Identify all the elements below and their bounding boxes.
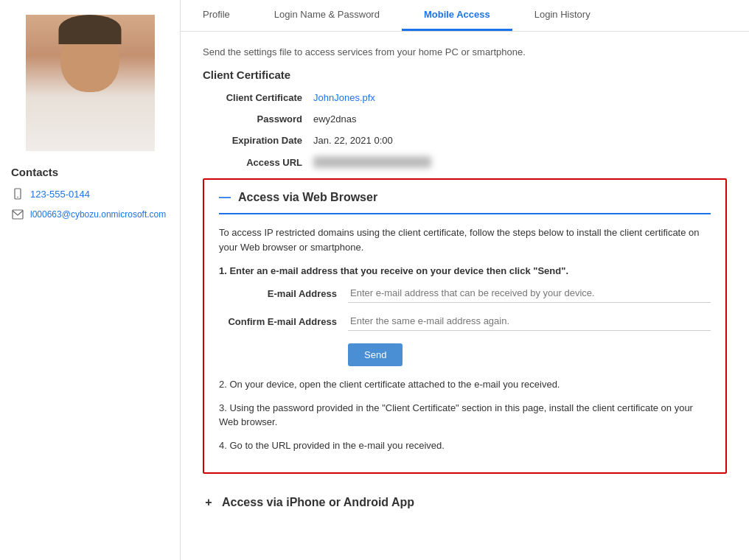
web-browser-title: Access via Web Browser [238, 191, 377, 204]
tab-profile[interactable]: Profile [181, 0, 252, 31]
sidebar: Contacts 123-555-0144 l000663@cybozu.onm… [0, 0, 181, 560]
field-access-url: Access URL [203, 156, 727, 168]
phone-icon [11, 187, 24, 200]
confirm-email-input[interactable] [348, 312, 711, 331]
value-password: ewy2dnas [313, 113, 357, 125]
step3-text: 3. Using the password provided in the "C… [219, 401, 711, 430]
email-contact: l000663@cybozu.onmicrosoft.com [11, 208, 169, 221]
content-area: Send the settings file to access service… [181, 32, 749, 560]
description-text: Send the settings file to access service… [203, 46, 727, 57]
tabs-bar: Profile Login Name & Password Mobile Acc… [181, 0, 749, 32]
phone-number: 123-555-0144 [30, 189, 90, 200]
field-password: Password ewy2dnas [203, 113, 727, 125]
value-expiration-date: Jan. 22, 2021 0:00 [313, 135, 393, 146]
web-browser-header: — Access via Web Browser [219, 191, 711, 214]
send-button[interactable]: Send [348, 343, 403, 366]
step1-label: 1. Enter an e-mail address that you rece… [219, 265, 711, 276]
main-content: Profile Login Name & Password Mobile Acc… [181, 0, 749, 560]
svg-point-1 [17, 197, 18, 198]
field-expiration-date: Expiration Date Jan. 22, 2021 0:00 [203, 135, 727, 146]
label-client-certificate: Client Certificate [203, 92, 313, 103]
confirm-email-label: Confirm E-mail Address [219, 316, 348, 327]
tab-mobile-access[interactable]: Mobile Access [402, 0, 512, 31]
confirm-email-row: Confirm E-mail Address [219, 312, 711, 331]
client-certificate-title: Client Certificate [203, 69, 727, 81]
label-expiration-date: Expiration Date [203, 135, 313, 146]
web-browser-section: — Access via Web Browser To access IP re… [203, 178, 727, 474]
email-address-input[interactable] [348, 284, 711, 303]
instructions-text: To access IP restricted domains using th… [219, 225, 711, 254]
value-access-url [313, 156, 431, 168]
email-icon [11, 208, 24, 221]
step4-text: 4. Go to the URL provided in the e-mail … [219, 438, 711, 453]
tab-login-history[interactable]: Login History [512, 0, 613, 31]
iphone-section: + Access via iPhone or Android App [203, 489, 727, 517]
collapse-icon[interactable]: — [219, 192, 231, 203]
step2-text: 2. On your device, open the client certi… [219, 377, 711, 392]
label-access-url: Access URL [203, 157, 313, 168]
email-address-label: E-mail Address [219, 288, 348, 299]
tab-login-name-password[interactable]: Login Name & Password [252, 0, 402, 31]
email-address: l000663@cybozu.onmicrosoft.com [30, 209, 166, 220]
contacts-label: Contacts [11, 166, 58, 178]
email-address-row: E-mail Address [219, 284, 711, 303]
phone-contact: 123-555-0144 [11, 187, 169, 200]
avatar [26, 15, 155, 151]
field-client-certificate: Client Certificate JohnJones.pfx [203, 92, 727, 103]
svg-rect-2 [13, 210, 23, 219]
value-client-certificate[interactable]: JohnJones.pfx [313, 92, 375, 103]
expand-icon[interactable]: + [203, 497, 215, 508]
iphone-title: Access via iPhone or Android App [222, 496, 414, 509]
label-password: Password [203, 113, 313, 125]
